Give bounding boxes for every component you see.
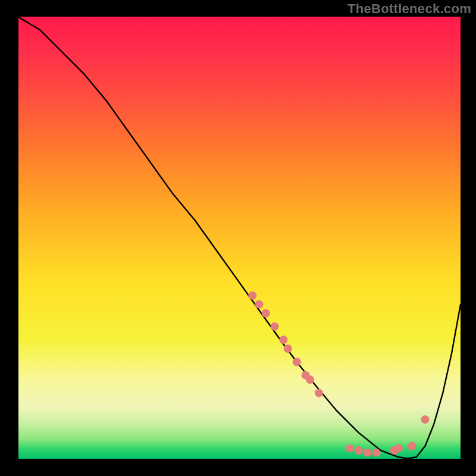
data-marker <box>355 446 363 455</box>
data-marker <box>346 444 354 452</box>
data-marker <box>364 449 372 457</box>
data-marker <box>315 389 323 397</box>
data-marker <box>306 375 314 384</box>
data-marker <box>394 444 403 452</box>
data-marker <box>279 336 287 344</box>
watermark-text: TheBottleneck.com <box>347 1 471 17</box>
data-marker <box>248 292 256 300</box>
bottleneck-chart <box>18 17 461 459</box>
data-marker <box>408 442 416 450</box>
chart-background <box>18 17 461 459</box>
data-marker <box>293 358 301 366</box>
data-marker <box>271 322 279 331</box>
data-marker <box>262 309 270 317</box>
data-marker <box>372 449 381 457</box>
data-marker <box>284 345 292 353</box>
data-marker <box>421 415 429 424</box>
data-marker <box>255 300 263 309</box>
